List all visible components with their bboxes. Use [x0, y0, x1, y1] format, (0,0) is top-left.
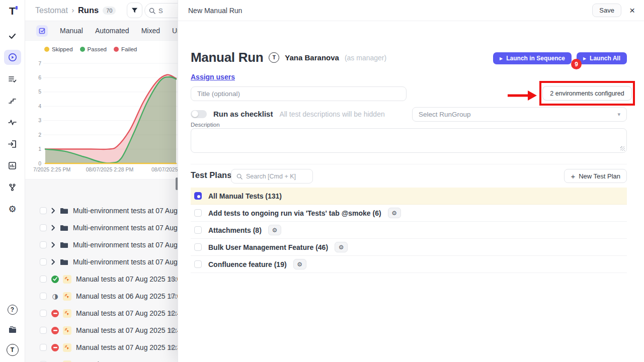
- svg-text:0: 0: [38, 160, 41, 166]
- test-plan-row[interactable]: Confluence feature (19) ⚙: [191, 256, 627, 273]
- test-plan-row[interactable]: Add tests to ongoing run via 'Tests' tab…: [191, 205, 627, 222]
- svg-text:3: 3: [38, 117, 41, 123]
- launch-all-button[interactable]: ▶ Launch All: [577, 52, 627, 64]
- chevron-right-icon[interactable]: [51, 225, 55, 231]
- checklist-label: Run as checklist: [213, 110, 273, 118]
- plan-settings-gear-icon[interactable]: ⚙: [335, 242, 348, 252]
- run-title[interactable]: Manual tests at 07 Aug 2025 13:02: [76, 275, 185, 283]
- docs-folder-icon[interactable]: [4, 322, 21, 337]
- folder-icon: [60, 224, 68, 232]
- run-meta: fro: [170, 310, 176, 316]
- row-checkbox[interactable]: [40, 224, 47, 231]
- svg-text:4: 4: [38, 103, 41, 109]
- row-checkbox[interactable]: [40, 276, 47, 283]
- plan-checkbox[interactable]: [194, 260, 202, 268]
- close-icon[interactable]: ×: [629, 6, 635, 15]
- description-label: Description: [191, 122, 220, 128]
- test-plan-row[interactable]: All Manual Tests (131): [191, 188, 627, 205]
- run-title[interactable]: Multi-environment tests at 07 Aug 20: [73, 224, 187, 232]
- test-plan-row[interactable]: Attachments (8) ⚙: [191, 222, 627, 239]
- environments-configured-button[interactable]: 2 environments configured: [542, 86, 631, 101]
- manual-run-icon: [63, 275, 71, 284]
- description-textarea[interactable]: [191, 128, 627, 153]
- funnel-icon: [131, 7, 138, 14]
- test-plans-search-input[interactable]: Search [Cmd + K]: [231, 169, 313, 184]
- steps-icon[interactable]: [4, 93, 21, 108]
- chevron-right-icon[interactable]: [51, 259, 55, 265]
- reports-icon[interactable]: [4, 158, 21, 173]
- import-icon[interactable]: [4, 136, 21, 151]
- runs-icon[interactable]: [4, 50, 21, 65]
- check-square-icon: [39, 27, 46, 34]
- run-title[interactable]: Manual tests at 06 Aug 2025 17:06: [76, 292, 185, 300]
- chevron-down-icon: ▾: [617, 111, 620, 118]
- plan-checkbox[interactable]: [194, 209, 202, 217]
- test-plan-row[interactable]: Bulk User Management Feature (46) ⚙: [191, 239, 627, 256]
- plan-checkbox[interactable]: [194, 226, 202, 234]
- tab-automated[interactable]: Automated: [95, 27, 129, 35]
- row-checkbox[interactable]: [40, 344, 47, 351]
- plan-checkbox-checked[interactable]: [194, 192, 202, 200]
- breadcrumb-page: Runs: [78, 6, 99, 15]
- row-checkbox[interactable]: [40, 310, 47, 317]
- chevron-right-icon[interactable]: [51, 242, 55, 248]
- folder-icon: [60, 207, 68, 215]
- play-icon: ▶: [500, 56, 503, 61]
- runs-chart: 012345677/2025 2:25 PM08/07/2025 2:28 PM…: [25, 44, 203, 179]
- tab-manual[interactable]: Manual: [60, 27, 83, 35]
- run-title-input[interactable]: Title (optional): [191, 86, 407, 101]
- settings-gear-icon[interactable]: ⚙: [4, 201, 21, 216]
- manual-run-icon: [63, 292, 71, 301]
- test-plans-list: All Manual Tests (131) Add tests to ongo…: [191, 188, 627, 273]
- new-test-plan-button[interactable]: + New Test Plan: [564, 169, 627, 183]
- save-button[interactable]: Save: [592, 4, 621, 17]
- run-title[interactable]: Multi-environment tests at 07 Aug 20: [73, 241, 187, 249]
- plan-settings-gear-icon[interactable]: ⚙: [293, 259, 306, 269]
- svg-text:7/2025 2:25 PM: 7/2025 2:25 PM: [33, 166, 70, 172]
- status-passed-icon: [51, 276, 59, 283]
- run-as-checklist-toggle[interactable]: [191, 110, 207, 118]
- plan-checkbox[interactable]: [194, 243, 202, 251]
- run-meta: 13: [170, 293, 176, 299]
- annotation-highlight-box: 2 environments configured: [539, 81, 635, 106]
- tab-mixed[interactable]: Mixed: [141, 27, 160, 35]
- row-checkbox[interactable]: [40, 241, 47, 248]
- plus-icon: +: [571, 172, 575, 180]
- row-checkbox[interactable]: [40, 207, 47, 214]
- status-failed-icon: [51, 310, 59, 317]
- breadcrumb-brand[interactable]: Testomat: [35, 6, 68, 15]
- row-checkbox[interactable]: [40, 293, 47, 300]
- account-avatar[interactable]: T: [7, 344, 19, 356]
- run-title[interactable]: Manual tests at 07 Aug 2025 12:35: [76, 343, 185, 351]
- run-type-filter-icon[interactable]: [36, 25, 48, 37]
- left-sidebar: T ⚙ ? T: [0, 0, 25, 362]
- pulse-icon[interactable]: [4, 115, 21, 130]
- chevron-right-icon[interactable]: [51, 208, 55, 214]
- owner-role: (as manager): [345, 54, 386, 62]
- status-in-progress-icon: ◑: [51, 293, 59, 300]
- row-checkbox[interactable]: [40, 327, 47, 334]
- tests-icon[interactable]: [4, 28, 21, 43]
- filter-button[interactable]: [127, 3, 142, 18]
- plan-settings-gear-icon[interactable]: ⚙: [268, 225, 281, 235]
- run-title[interactable]: Multi-environment tests at 07 Aug 20: [73, 258, 187, 266]
- checklist-hint: All test descriptions will be hidden: [279, 110, 384, 118]
- run-title[interactable]: Multi-environment tests at 07 Aug 20: [73, 207, 187, 215]
- run-title[interactable]: Manual tests at 07 Aug 2025 12:43: [76, 309, 185, 317]
- status-failed-icon: [51, 344, 59, 351]
- rungroup-select[interactable]: Select RunGroup ▾: [412, 107, 627, 122]
- branches-icon[interactable]: [4, 179, 21, 195]
- run-meta: fro: [170, 327, 176, 333]
- owner-name: Yana Baranova: [285, 53, 339, 62]
- modal-title: New Manual Run: [188, 7, 242, 15]
- test-plans-icon[interactable]: [4, 71, 21, 86]
- row-checkbox[interactable]: [40, 258, 47, 265]
- owner-avatar: T: [269, 52, 279, 63]
- launch-in-sequence-button[interactable]: ▶ Launch in Sequence: [493, 52, 572, 64]
- help-icon[interactable]: ?: [8, 305, 18, 315]
- folder-icon: [60, 241, 68, 249]
- assign-users-link[interactable]: Assign users: [191, 73, 235, 81]
- search-icon: [149, 8, 155, 14]
- plan-settings-gear-icon[interactable]: ⚙: [388, 208, 401, 218]
- run-title[interactable]: Manual tests at 07 Aug 2025 12:42: [76, 326, 185, 334]
